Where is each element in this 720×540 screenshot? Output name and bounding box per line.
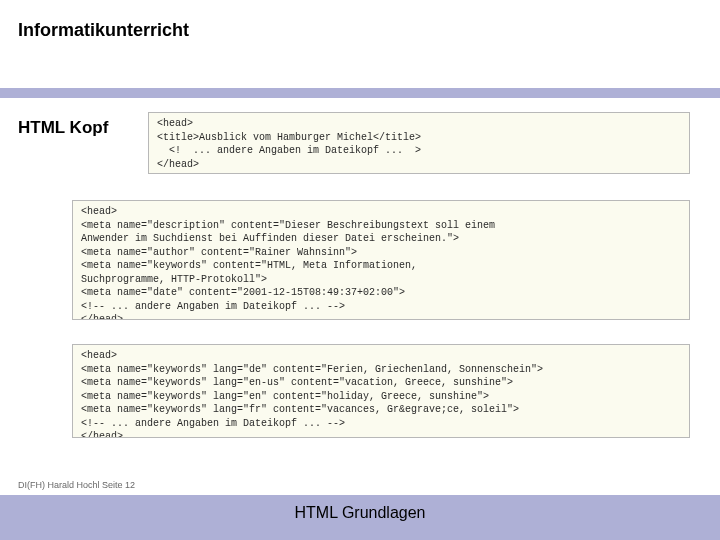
code-block-3: <head> <meta name="keywords" lang="de" c… [72,344,690,438]
slide-container: Informatikunterricht HTML Kopf <head> <t… [0,0,720,540]
code-block-1: <head> <title>Ausblick vom Hamburger Mic… [148,112,690,174]
page-title: Informatikunterricht [18,20,189,41]
section-heading: HTML Kopf [18,118,108,138]
header-divider [0,88,720,98]
footer-credit: DI(FH) Harald Hochl Seite 12 [18,480,135,490]
footer-title: HTML Grundlagen [0,504,720,522]
code-block-2: <head> <meta name="description" content=… [72,200,690,320]
